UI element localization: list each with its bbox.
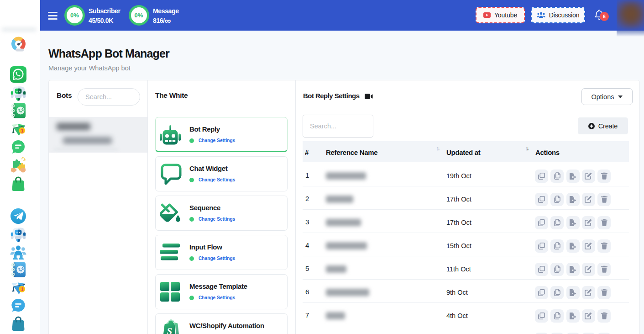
svg-text:S: S xyxy=(167,326,173,334)
svg-text:1: 1 xyxy=(21,286,24,292)
svg-text:1: 1 xyxy=(21,128,24,133)
